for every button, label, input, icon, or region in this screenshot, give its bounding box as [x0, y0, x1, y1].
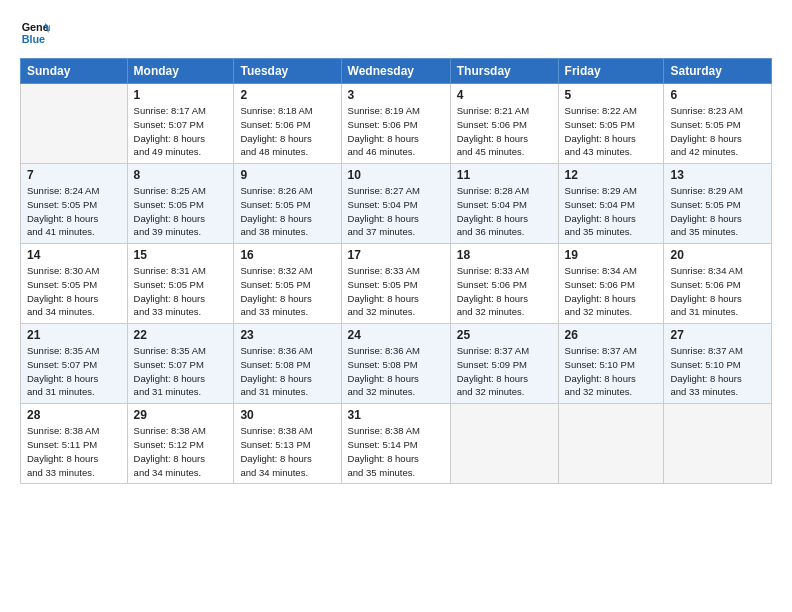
week-row-4: 21Sunrise: 8:35 AM Sunset: 5:07 PM Dayli…	[21, 324, 772, 404]
logo-icon: General Blue	[20, 18, 50, 48]
day-number: 29	[134, 408, 228, 422]
day-detail: Sunrise: 8:38 AM Sunset: 5:11 PM Dayligh…	[27, 424, 121, 479]
day-cell: 5Sunrise: 8:22 AM Sunset: 5:05 PM Daylig…	[558, 84, 664, 164]
day-cell: 29Sunrise: 8:38 AM Sunset: 5:12 PM Dayli…	[127, 404, 234, 484]
week-row-3: 14Sunrise: 8:30 AM Sunset: 5:05 PM Dayli…	[21, 244, 772, 324]
day-detail: Sunrise: 8:30 AM Sunset: 5:05 PM Dayligh…	[27, 264, 121, 319]
day-detail: Sunrise: 8:35 AM Sunset: 5:07 PM Dayligh…	[27, 344, 121, 399]
day-cell: 13Sunrise: 8:29 AM Sunset: 5:05 PM Dayli…	[664, 164, 772, 244]
day-number: 12	[565, 168, 658, 182]
day-number: 7	[27, 168, 121, 182]
col-header-tuesday: Tuesday	[234, 59, 341, 84]
day-number: 16	[240, 248, 334, 262]
day-cell: 22Sunrise: 8:35 AM Sunset: 5:07 PM Dayli…	[127, 324, 234, 404]
col-header-wednesday: Wednesday	[341, 59, 450, 84]
day-detail: Sunrise: 8:23 AM Sunset: 5:05 PM Dayligh…	[670, 104, 765, 159]
day-detail: Sunrise: 8:29 AM Sunset: 5:04 PM Dayligh…	[565, 184, 658, 239]
day-number: 8	[134, 168, 228, 182]
day-number: 19	[565, 248, 658, 262]
day-cell	[558, 404, 664, 484]
day-number: 21	[27, 328, 121, 342]
col-header-sunday: Sunday	[21, 59, 128, 84]
day-detail: Sunrise: 8:31 AM Sunset: 5:05 PM Dayligh…	[134, 264, 228, 319]
day-detail: Sunrise: 8:17 AM Sunset: 5:07 PM Dayligh…	[134, 104, 228, 159]
col-header-thursday: Thursday	[450, 59, 558, 84]
day-cell: 7Sunrise: 8:24 AM Sunset: 5:05 PM Daylig…	[21, 164, 128, 244]
day-cell: 6Sunrise: 8:23 AM Sunset: 5:05 PM Daylig…	[664, 84, 772, 164]
day-detail: Sunrise: 8:25 AM Sunset: 5:05 PM Dayligh…	[134, 184, 228, 239]
day-cell: 11Sunrise: 8:28 AM Sunset: 5:04 PM Dayli…	[450, 164, 558, 244]
day-detail: Sunrise: 8:19 AM Sunset: 5:06 PM Dayligh…	[348, 104, 444, 159]
day-number: 30	[240, 408, 334, 422]
day-detail: Sunrise: 8:29 AM Sunset: 5:05 PM Dayligh…	[670, 184, 765, 239]
day-detail: Sunrise: 8:34 AM Sunset: 5:06 PM Dayligh…	[565, 264, 658, 319]
day-detail: Sunrise: 8:33 AM Sunset: 5:05 PM Dayligh…	[348, 264, 444, 319]
day-number: 27	[670, 328, 765, 342]
day-number: 9	[240, 168, 334, 182]
day-cell	[450, 404, 558, 484]
day-cell: 24Sunrise: 8:36 AM Sunset: 5:08 PM Dayli…	[341, 324, 450, 404]
day-cell: 17Sunrise: 8:33 AM Sunset: 5:05 PM Dayli…	[341, 244, 450, 324]
day-detail: Sunrise: 8:37 AM Sunset: 5:10 PM Dayligh…	[670, 344, 765, 399]
day-cell	[664, 404, 772, 484]
day-number: 15	[134, 248, 228, 262]
day-cell: 2Sunrise: 8:18 AM Sunset: 5:06 PM Daylig…	[234, 84, 341, 164]
day-cell: 10Sunrise: 8:27 AM Sunset: 5:04 PM Dayli…	[341, 164, 450, 244]
day-cell: 23Sunrise: 8:36 AM Sunset: 5:08 PM Dayli…	[234, 324, 341, 404]
day-cell: 18Sunrise: 8:33 AM Sunset: 5:06 PM Dayli…	[450, 244, 558, 324]
day-detail: Sunrise: 8:36 AM Sunset: 5:08 PM Dayligh…	[240, 344, 334, 399]
day-detail: Sunrise: 8:27 AM Sunset: 5:04 PM Dayligh…	[348, 184, 444, 239]
day-cell: 19Sunrise: 8:34 AM Sunset: 5:06 PM Dayli…	[558, 244, 664, 324]
col-header-saturday: Saturday	[664, 59, 772, 84]
day-detail: Sunrise: 8:22 AM Sunset: 5:05 PM Dayligh…	[565, 104, 658, 159]
day-cell: 25Sunrise: 8:37 AM Sunset: 5:09 PM Dayli…	[450, 324, 558, 404]
header: General Blue	[20, 18, 772, 48]
day-cell: 4Sunrise: 8:21 AM Sunset: 5:06 PM Daylig…	[450, 84, 558, 164]
logo: General Blue	[20, 18, 56, 48]
day-detail: Sunrise: 8:36 AM Sunset: 5:08 PM Dayligh…	[348, 344, 444, 399]
day-cell: 14Sunrise: 8:30 AM Sunset: 5:05 PM Dayli…	[21, 244, 128, 324]
day-cell: 1Sunrise: 8:17 AM Sunset: 5:07 PM Daylig…	[127, 84, 234, 164]
day-cell: 3Sunrise: 8:19 AM Sunset: 5:06 PM Daylig…	[341, 84, 450, 164]
page: General Blue SundayMondayTuesdayWednesda…	[0, 0, 792, 612]
day-number: 1	[134, 88, 228, 102]
day-detail: Sunrise: 8:38 AM Sunset: 5:12 PM Dayligh…	[134, 424, 228, 479]
day-number: 22	[134, 328, 228, 342]
day-cell: 21Sunrise: 8:35 AM Sunset: 5:07 PM Dayli…	[21, 324, 128, 404]
day-cell	[21, 84, 128, 164]
day-detail: Sunrise: 8:32 AM Sunset: 5:05 PM Dayligh…	[240, 264, 334, 319]
day-number: 4	[457, 88, 552, 102]
day-detail: Sunrise: 8:35 AM Sunset: 5:07 PM Dayligh…	[134, 344, 228, 399]
day-cell: 26Sunrise: 8:37 AM Sunset: 5:10 PM Dayli…	[558, 324, 664, 404]
day-detail: Sunrise: 8:26 AM Sunset: 5:05 PM Dayligh…	[240, 184, 334, 239]
day-detail: Sunrise: 8:24 AM Sunset: 5:05 PM Dayligh…	[27, 184, 121, 239]
week-row-5: 28Sunrise: 8:38 AM Sunset: 5:11 PM Dayli…	[21, 404, 772, 484]
day-cell: 27Sunrise: 8:37 AM Sunset: 5:10 PM Dayli…	[664, 324, 772, 404]
day-detail: Sunrise: 8:34 AM Sunset: 5:06 PM Dayligh…	[670, 264, 765, 319]
day-detail: Sunrise: 8:38 AM Sunset: 5:14 PM Dayligh…	[348, 424, 444, 479]
week-row-2: 7Sunrise: 8:24 AM Sunset: 5:05 PM Daylig…	[21, 164, 772, 244]
day-detail: Sunrise: 8:38 AM Sunset: 5:13 PM Dayligh…	[240, 424, 334, 479]
day-cell: 20Sunrise: 8:34 AM Sunset: 5:06 PM Dayli…	[664, 244, 772, 324]
day-cell: 9Sunrise: 8:26 AM Sunset: 5:05 PM Daylig…	[234, 164, 341, 244]
day-detail: Sunrise: 8:37 AM Sunset: 5:10 PM Dayligh…	[565, 344, 658, 399]
day-cell: 28Sunrise: 8:38 AM Sunset: 5:11 PM Dayli…	[21, 404, 128, 484]
day-number: 2	[240, 88, 334, 102]
day-number: 18	[457, 248, 552, 262]
day-number: 23	[240, 328, 334, 342]
svg-text:Blue: Blue	[22, 33, 45, 45]
day-number: 11	[457, 168, 552, 182]
day-detail: Sunrise: 8:18 AM Sunset: 5:06 PM Dayligh…	[240, 104, 334, 159]
day-number: 6	[670, 88, 765, 102]
day-number: 14	[27, 248, 121, 262]
day-number: 17	[348, 248, 444, 262]
day-cell: 30Sunrise: 8:38 AM Sunset: 5:13 PM Dayli…	[234, 404, 341, 484]
day-number: 26	[565, 328, 658, 342]
day-cell: 8Sunrise: 8:25 AM Sunset: 5:05 PM Daylig…	[127, 164, 234, 244]
col-header-friday: Friday	[558, 59, 664, 84]
day-cell: 31Sunrise: 8:38 AM Sunset: 5:14 PM Dayli…	[341, 404, 450, 484]
day-number: 25	[457, 328, 552, 342]
day-cell: 16Sunrise: 8:32 AM Sunset: 5:05 PM Dayli…	[234, 244, 341, 324]
day-cell: 15Sunrise: 8:31 AM Sunset: 5:05 PM Dayli…	[127, 244, 234, 324]
day-detail: Sunrise: 8:28 AM Sunset: 5:04 PM Dayligh…	[457, 184, 552, 239]
